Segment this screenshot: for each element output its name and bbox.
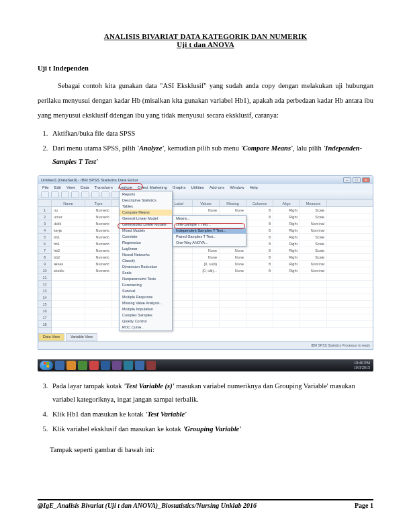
tab-data-view[interactable]: Data View [38,333,64,341]
table-cell[interactable]: Scale [300,207,327,213]
table-cell[interactable]: 8 [246,214,273,220]
taskbar-clock[interactable]: 10:40 PM 10/3/2015 [354,361,371,369]
table-cell[interactable] [300,308,327,314]
table-cell[interactable]: Scale [300,247,327,253]
menu-item[interactable]: Correlate [120,234,172,240]
menu-item[interactable]: ROC Curve... [120,324,172,330]
table-cell[interactable] [273,294,300,300]
table-cell[interactable] [52,321,85,327]
table-cell[interactable] [193,308,220,314]
table-cell[interactable]: kerja [52,227,85,233]
menu-item[interactable]: Neural Networks [120,252,172,258]
taskbar-icon[interactable] [78,361,87,370]
menu-item[interactable]: Scale [120,270,172,276]
table-cell[interactable]: didik [52,220,85,226]
table-cell[interactable]: hb1 [52,240,85,247]
menu-item[interactable]: Multiple Response [120,294,172,300]
table-cell[interactable]: eksklu [52,267,85,273]
table-cell[interactable] [85,281,112,287]
table-row[interactable] [52,301,373,308]
menu-item[interactable]: Compare Means [120,210,172,216]
table-cell[interactable]: bb2 [52,254,85,260]
table-row[interactable] [52,308,373,314]
table-cell[interactable] [85,314,112,320]
taskbar-icon[interactable] [124,361,133,370]
toolbar-button[interactable] [101,191,109,198]
taskbar-icon[interactable] [101,361,110,370]
table-cell[interactable]: None [220,247,246,253]
table-cell[interactable]: Numeric [85,207,112,213]
column-header[interactable]: Measure [300,200,327,206]
table-cell[interactable] [193,321,220,327]
table-cell[interactable] [193,287,220,294]
table-cell[interactable] [273,321,300,327]
table-cell[interactable]: Numeric [85,227,112,233]
toolbar-button[interactable] [81,191,89,198]
menu-help[interactable]: Help [250,185,258,189]
menu-item[interactable]: Missing Value Analysis... [120,300,172,306]
menu-item[interactable]: Forecasting [120,282,172,288]
table-cell[interactable]: Scale [300,240,327,247]
table-cell[interactable]: Nominal [300,220,327,226]
menu-item[interactable]: One-Way ANOVA... [173,240,246,246]
menu-item[interactable]: Regression [120,240,172,246]
table-cell[interactable]: 8 [246,267,273,273]
table-cell[interactable] [246,287,273,294]
menu-item[interactable]: Quality Control [120,318,172,324]
table-cell[interactable]: Numeric [85,220,112,226]
table-cell[interactable]: None [220,254,246,260]
toolbar-button[interactable] [71,191,79,198]
table-cell[interactable]: Right [273,254,300,260]
toolbar-button[interactable] [51,191,59,198]
table-cell[interactable] [220,321,246,327]
menu-item[interactable]: General Linear Model [120,216,172,222]
table-cell[interactable]: 8 [246,247,273,253]
table-cell[interactable] [193,281,220,287]
table-cell[interactable]: hb2 [52,247,85,253]
table-cell[interactable] [300,321,327,327]
maximize-button[interactable]: □ [353,177,361,183]
table-row[interactable] [52,274,373,281]
table-cell[interactable]: Scale [300,214,327,220]
table-cell[interactable] [85,301,112,307]
menu-graphs[interactable]: Graphs [173,185,186,189]
taskbar-icon[interactable] [112,361,122,370]
table-cell[interactable] [52,294,85,300]
menu-data[interactable]: Data [81,185,89,189]
column-header[interactable]: Align [273,200,300,206]
table-cell[interactable] [300,294,327,300]
table-cell[interactable] [220,301,246,307]
table-cell[interactable] [85,274,112,280]
table-cell[interactable] [246,294,273,300]
table-cell[interactable]: None [193,247,220,253]
taskbar-icon[interactable] [66,361,76,370]
menu-item[interactable]: Descriptive Statistics [120,197,172,204]
table-cell[interactable]: None [220,207,246,213]
table-row[interactable] [52,314,373,321]
menu-item[interactable]: Classify [120,258,172,264]
menu-item[interactable]: Survival [120,288,172,294]
table-row[interactable]: noNumeric80NoneNone8RightScale [52,207,373,214]
menu-item[interactable]: Loglinear [120,246,172,252]
table-cell[interactable]: None [220,267,246,273]
table-cell[interactable]: None [220,261,246,267]
menu-item[interactable]: Complex Samples [120,312,172,318]
table-cell[interactable]: Nominal [300,267,327,273]
toolbar-button[interactable] [61,191,69,198]
taskbar-icon[interactable] [55,361,64,370]
table-cell[interactable] [220,314,246,320]
table-cell[interactable] [193,314,220,320]
table-row[interactable]: ekskluNumeric80{0, tdk}...None8RightNomi… [52,267,373,274]
table-cell[interactable] [246,308,273,314]
close-button[interactable]: × [362,177,370,183]
table-cell[interactable]: Scale [300,254,327,260]
table-cell[interactable]: 8 [246,220,273,226]
column-header[interactable]: Columns [246,200,273,206]
table-cell[interactable]: Scale [300,234,327,240]
table-cell[interactable] [85,287,112,294]
table-cell[interactable] [300,314,327,320]
table-cell[interactable]: None [193,207,220,213]
table-cell[interactable] [300,287,327,294]
menu-utilities[interactable]: Utilities [191,185,203,189]
table-cell[interactable]: Right [273,247,300,253]
